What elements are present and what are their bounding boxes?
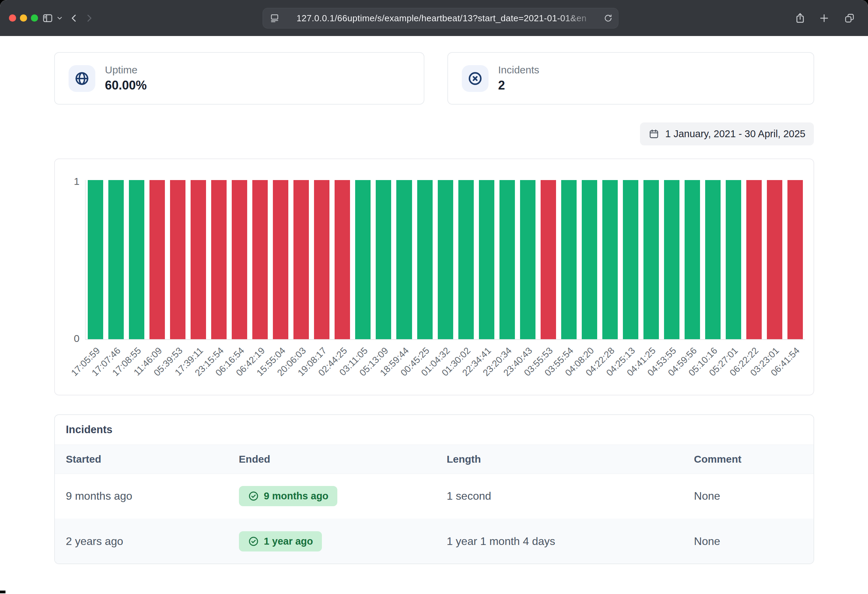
incidents-icon-tile (462, 65, 489, 92)
heartbeat-bar-up[interactable] (396, 180, 412, 339)
check-circle-icon (248, 491, 259, 502)
heartbeat-bar-down[interactable] (540, 180, 556, 339)
share-icon (795, 13, 806, 24)
url-text: 127.0.0.1/66uptime/s/example/heartbeat/1… (279, 13, 604, 24)
heartbeat-bar-up[interactable] (705, 180, 720, 339)
heartbeat-bar-up[interactable] (602, 180, 618, 339)
heartbeat-bar-up[interactable] (520, 180, 536, 339)
uptime-value: 60.00% (105, 78, 147, 93)
heartbeat-bar-up[interactable] (458, 180, 474, 339)
heartbeat-bar-up[interactable] (582, 180, 597, 339)
incidents-stat-card: Incidents 2 (447, 52, 814, 105)
share-button[interactable] (793, 0, 807, 36)
incident-ended-text: 1 year ago (264, 536, 313, 547)
browser-window: 127.0.0.1/66uptime/s/example/heartbeat/1… (0, 0, 868, 594)
column-header-started: Started (55, 445, 228, 474)
heartbeat-bar-down[interactable] (294, 180, 309, 339)
heartbeat-bar-down[interactable] (170, 180, 186, 339)
minimize-window-button[interactable] (20, 15, 27, 22)
chart-plot (85, 180, 805, 340)
heartbeat-bar-up[interactable] (108, 180, 124, 339)
chevron-down-icon (56, 15, 63, 21)
tab-overview-button[interactable] (842, 0, 857, 36)
new-tab-button[interactable] (816, 0, 832, 36)
check-circle-icon (248, 536, 259, 547)
heartbeat-bar-up[interactable] (561, 180, 577, 339)
heartbeat-bar-down[interactable] (767, 180, 782, 339)
sidebar-toggle-button[interactable] (40, 0, 55, 36)
incidents-header-row: Started Ended Length Comment (55, 445, 813, 474)
heartbeat-bar-up[interactable] (376, 180, 391, 339)
close-window-button[interactable] (9, 15, 16, 22)
tabs-overview-icon (844, 13, 855, 23)
y-tick-label-1: 1 (59, 176, 80, 187)
x-circle-icon (468, 71, 483, 86)
heartbeat-bar-up[interactable] (664, 180, 679, 339)
incident-row: 9 months ago9 months ago1 secondNone (55, 474, 813, 519)
dashboard-page: Uptime 60.00% Incidents 2 1 Ja (0, 36, 868, 594)
heartbeat-bar-down[interactable] (149, 180, 165, 339)
heartbeat-bar-down[interactable] (252, 180, 268, 339)
chart-x-axis: 17:05:5917:07:4617:08:5511:46:0905:39:53… (85, 342, 804, 393)
column-header-comment: Comment (683, 445, 813, 474)
heartbeat-bar-up[interactable] (644, 180, 659, 339)
sidebar-menu-chevron-button[interactable] (55, 0, 65, 36)
calendar-icon (649, 129, 659, 139)
incidents-label: Incidents (498, 64, 539, 76)
incident-length: 1 year 1 month 4 days (436, 519, 683, 564)
incident-comment: None (683, 474, 813, 519)
y-tick-label-0: 0 (59, 332, 80, 344)
heartbeat-bar-up[interactable] (355, 180, 371, 339)
date-range-button[interactable]: 1 January, 2021 - 30 April, 2025 (640, 123, 814, 145)
incident-length: 1 second (436, 474, 683, 519)
incidents-value: 2 (498, 78, 539, 93)
page-settings-icon (270, 13, 279, 23)
heartbeat-bar-down[interactable] (273, 180, 288, 339)
address-bar[interactable]: 127.0.0.1/66uptime/s/example/heartbeat/1… (263, 8, 619, 28)
heartbeat-bar-up[interactable] (685, 180, 700, 339)
back-chevron-icon (69, 13, 79, 23)
heartbeat-bar-down[interactable] (190, 180, 206, 339)
heartbeat-bar-up[interactable] (129, 180, 144, 339)
column-header-ended: Ended (228, 445, 436, 474)
reload-icon (604, 14, 613, 23)
incident-ended-cell: 9 months ago (228, 474, 436, 519)
heartbeat-bar-down[interactable] (314, 180, 329, 339)
zoom-window-button[interactable] (31, 15, 38, 22)
incidents-tbody: 9 months ago9 months ago1 secondNone2 ye… (55, 474, 813, 564)
heartbeat-bar-up[interactable] (417, 180, 433, 339)
incident-started: 9 months ago (55, 474, 228, 519)
heartbeat-bar-up[interactable] (726, 180, 741, 339)
forward-chevron-icon (84, 13, 94, 23)
incidents-title: Incidents (55, 415, 813, 445)
incidents-table: Started Ended Length Comment 9 months ag… (55, 445, 813, 564)
heartbeat-bar-up[interactable] (438, 180, 453, 339)
heartbeat-bar-up[interactable] (88, 180, 103, 339)
column-header-length: Length (436, 445, 683, 474)
screenshot-artifact (0, 591, 6, 593)
heartbeat-bar-down[interactable] (746, 180, 762, 339)
heartbeat-chart-card: 1 0 17:05:5917:07:4617:08:5511:46:0905:3… (54, 158, 814, 395)
incident-comment: None (683, 519, 813, 564)
plus-icon (819, 13, 829, 23)
heartbeat-bar-down[interactable] (232, 180, 247, 339)
back-button[interactable] (67, 0, 81, 36)
heartbeat-bar-up[interactable] (479, 180, 495, 339)
heartbeat-bar-down[interactable] (335, 180, 350, 339)
x-tick-cell: 06:41:54 (787, 342, 802, 393)
forward-button[interactable] (82, 0, 96, 36)
heartbeat-bar-up[interactable] (499, 180, 515, 339)
date-range-label: 1 January, 2021 - 30 April, 2025 (666, 128, 806, 140)
uptime-icon-tile (69, 65, 95, 92)
incident-ended-text: 9 months ago (264, 491, 329, 502)
incidents-card: Incidents Started Ended Length Comment 9… (54, 414, 814, 564)
heartbeat-bar-down[interactable] (787, 180, 803, 339)
heartbeat-bar-up[interactable] (623, 180, 638, 339)
browser-toolbar: 127.0.0.1/66uptime/s/example/heartbeat/1… (0, 0, 868, 36)
heartbeat-bar-down[interactable] (211, 180, 227, 339)
uptime-stat-card: Uptime 60.00% (54, 52, 424, 105)
uptime-label: Uptime (105, 64, 147, 76)
incident-ended-badge: 1 year ago (239, 531, 322, 551)
incident-ended-badge: 9 months ago (239, 486, 338, 506)
reload-button[interactable] (604, 14, 613, 23)
